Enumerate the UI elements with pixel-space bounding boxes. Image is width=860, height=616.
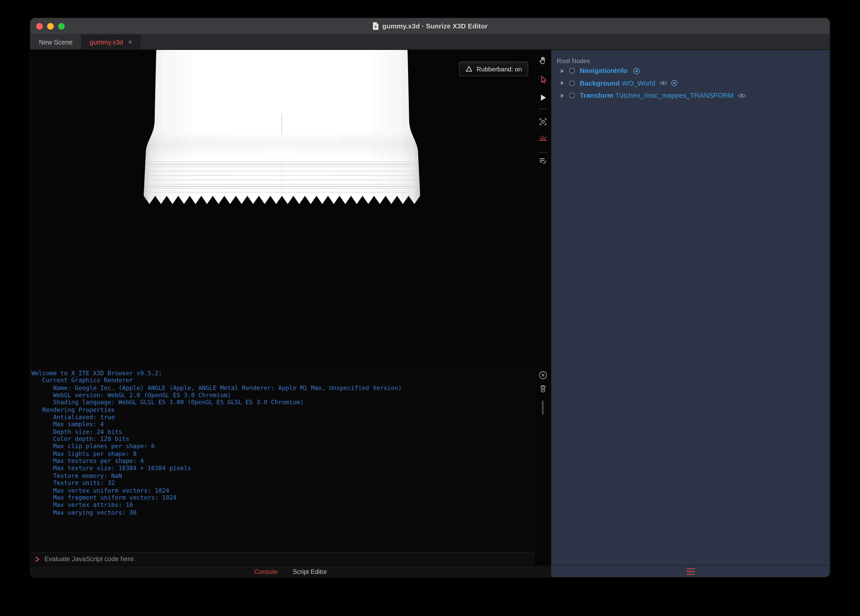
tab-new-scene[interactable]: New Scene bbox=[30, 35, 82, 49]
node-circle-icon bbox=[569, 68, 575, 74]
play-button[interactable] bbox=[538, 93, 548, 102]
viewport-toolbar bbox=[535, 50, 551, 565]
titlebar: gummy.x3d · Sunrize X3D Editor bbox=[30, 18, 830, 35]
tab-gummy-x3d[interactable]: gummy.x3d × bbox=[82, 35, 140, 49]
tab-label: New Scene bbox=[39, 38, 73, 46]
outline-bottom-bar bbox=[551, 565, 830, 577]
console-line: Max texture size: 16384 × 16384 pixels bbox=[31, 465, 535, 472]
select-tool-button[interactable] bbox=[538, 74, 548, 84]
toolbar-separator bbox=[538, 152, 548, 152]
sunrise-view-button[interactable] bbox=[538, 133, 548, 143]
pouch-3d-model bbox=[144, 50, 420, 206]
fisheye-icon[interactable] bbox=[671, 80, 678, 87]
zoom-window-button[interactable] bbox=[58, 23, 64, 30]
console-line: Antialiased: true bbox=[31, 413, 535, 421]
hand-pan-button[interactable] bbox=[538, 55, 548, 65]
script-pencil-icon bbox=[538, 156, 548, 165]
console-line: Current Graphics Renderer bbox=[31, 377, 535, 384]
node-name-label: Tütchen_rissc_mappes_TRANSFORM bbox=[615, 92, 734, 99]
window-title: gummy.x3d · Sunrize X3D Editor bbox=[372, 22, 488, 30]
eye-icon[interactable] bbox=[659, 80, 667, 86]
disclosure-triangle-icon[interactable] bbox=[560, 69, 565, 74]
node-type-label: Background bbox=[580, 79, 620, 87]
node-circle-icon bbox=[569, 92, 575, 99]
close-tab-icon[interactable]: × bbox=[128, 38, 132, 46]
tab-bar: New Scene gummy.x3d × bbox=[30, 35, 830, 50]
toolbar-separator bbox=[538, 108, 548, 109]
node-name-label: WO_World bbox=[622, 79, 655, 87]
console-line: Shading language: WebGL GLSL ES 3.00 (Op… bbox=[31, 399, 535, 406]
tree-node-transform[interactable]: Transform Tütchen_rissc_mappes_TRANSFORM bbox=[551, 90, 830, 102]
console-line: Max samples: 4 bbox=[31, 421, 535, 428]
node-type-label: NavigationInfo bbox=[580, 67, 627, 75]
desktop-background: gummy.x3d · Sunrize X3D Editor New Scene… bbox=[0, 0, 860, 616]
node-type-label: Transform bbox=[580, 92, 613, 99]
console-line: Welcome to X_ITE X3D Browser v9.5.2: bbox=[31, 370, 535, 377]
console-line: Max textures per shape: 4 bbox=[31, 457, 535, 465]
console-line: Texture units: 32 bbox=[31, 479, 535, 487]
console-line: Depth size: 24 bits bbox=[31, 428, 535, 435]
node-circle-icon bbox=[569, 80, 575, 86]
console-input-row[interactable]: Evaluate JavaScript code here. bbox=[30, 552, 535, 565]
bottom-tab-console[interactable]: Console bbox=[254, 568, 278, 574]
trash-icon bbox=[538, 383, 548, 393]
outline-panel: Root Nodes NavigationInfo bbox=[551, 50, 830, 565]
app-window: gummy.x3d · Sunrize X3D Editor New Scene… bbox=[30, 18, 830, 577]
console-line: Max vertex uniform vectors: 1024 bbox=[31, 487, 535, 494]
window-title-text: gummy.x3d · Sunrize X3D Editor bbox=[382, 22, 488, 30]
tree-node-navigationinfo[interactable]: NavigationInfo bbox=[551, 64, 830, 77]
rubberband-label: Rubberband: on bbox=[477, 65, 522, 72]
console-line: Max clip planes per shape: 6 bbox=[31, 443, 535, 450]
outline-tree: NavigationInfo Background WO_World bbox=[551, 64, 830, 102]
disclosure-triangle-icon[interactable] bbox=[560, 81, 565, 86]
cursor-icon bbox=[538, 74, 548, 84]
script-editor-button[interactable] bbox=[538, 156, 548, 165]
console-line: Max fragment uniform vectors: 1024 bbox=[31, 494, 535, 501]
console-line: Rendering Properties bbox=[31, 406, 535, 413]
console-line: Texture memory: NaN bbox=[31, 472, 535, 479]
document-icon bbox=[372, 22, 379, 30]
rubberband-badge: Rubberband: on bbox=[459, 61, 528, 76]
circle-x-icon bbox=[538, 370, 548, 380]
minimize-window-button[interactable] bbox=[47, 23, 53, 30]
outline-header: Root Nodes bbox=[557, 58, 590, 64]
console-input[interactable]: Evaluate JavaScript code here. bbox=[44, 555, 135, 563]
delete-console-button[interactable] bbox=[538, 383, 548, 393]
window-controls bbox=[36, 18, 64, 35]
node-list-icon[interactable] bbox=[686, 567, 695, 575]
3d-viewport[interactable]: Rubberband: on bbox=[30, 50, 535, 366]
sunrise-icon bbox=[538, 133, 548, 143]
console-line: Max vertex attribs: 16 bbox=[31, 501, 535, 509]
console-output: Welcome to X_ITE X3D Browser v9.5.2: Cur… bbox=[30, 366, 535, 552]
console-line: Name: Google Inc. (Apple) ANGLE (Apple, … bbox=[31, 384, 535, 391]
play-icon bbox=[538, 93, 548, 102]
rubberband-triangle-icon bbox=[466, 66, 472, 72]
disclosure-triangle-icon[interactable] bbox=[560, 93, 565, 98]
tree-node-background[interactable]: Background WO_World bbox=[551, 77, 830, 90]
tab-label: gummy.x3d bbox=[90, 38, 123, 46]
console-scrollbar[interactable] bbox=[542, 400, 543, 415]
clear-console-button[interactable] bbox=[538, 370, 548, 380]
viewfinder-icon bbox=[538, 117, 548, 127]
console-line: WebGL version: WebGL 2.0 (OpenGL ES 3.0 … bbox=[31, 392, 535, 399]
console-line: Max lights per shape: 8 bbox=[31, 450, 535, 457]
bottom-tab-script-editor[interactable]: Script Editor bbox=[293, 568, 327, 574]
eye-icon[interactable] bbox=[738, 93, 746, 99]
close-window-button[interactable] bbox=[36, 23, 43, 30]
console-line: Color depth: 128 bits bbox=[31, 435, 535, 443]
bottom-tab-bar: Console Script Editor bbox=[30, 565, 551, 577]
viewpoint-button[interactable] bbox=[538, 117, 548, 127]
prompt-chevron-icon bbox=[35, 556, 40, 562]
hand-icon bbox=[538, 55, 548, 65]
fisheye-icon[interactable] bbox=[633, 67, 640, 74]
console-line: Max varying vectors: 30 bbox=[31, 509, 535, 516]
